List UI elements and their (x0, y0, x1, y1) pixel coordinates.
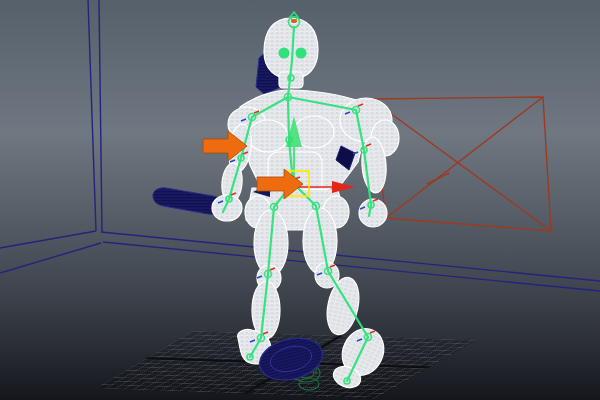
viewport[interactable] (0, 0, 600, 400)
mesh-fist-left (212, 195, 242, 221)
eye-left (279, 48, 290, 59)
eye-right (296, 48, 307, 59)
mesh-pec-left (248, 120, 288, 152)
viewport-canvas[interactable] (0, 0, 600, 400)
head-top-marker (291, 19, 297, 23)
